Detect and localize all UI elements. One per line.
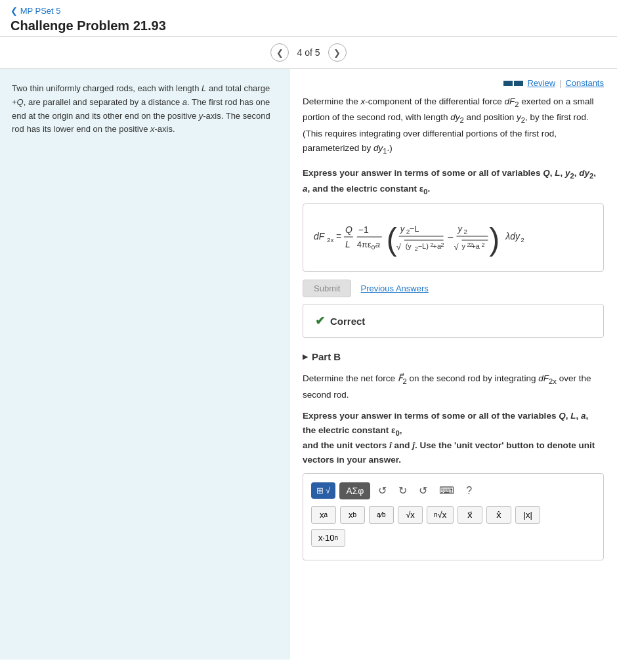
review-icon2 — [514, 81, 523, 86]
right-panel: Review | Constants Determine the x-compo… — [289, 69, 617, 660]
symbol-grid-2: x·10n — [311, 529, 595, 547]
part-b-header: ▶ Part B — [303, 351, 604, 362]
svg-text:2: 2 — [481, 242, 484, 248]
subscript-button[interactable]: xb — [340, 506, 365, 524]
pagination-bar: ❮ 4 of 5 ❯ — [0, 37, 617, 69]
submit-button[interactable]: Submit — [303, 280, 351, 297]
sqrt-button[interactable]: √x — [398, 506, 423, 524]
main-content: Two thin uniformly charged rods, each wi… — [0, 69, 617, 660]
left-panel-text: Two thin uniformly charged rods, each wi… — [12, 82, 277, 136]
symbol-button[interactable]: ΑΣφ — [339, 482, 370, 499]
check-icon: ✔ — [315, 314, 325, 328]
top-nav: MP PSet 5 Challenge Problem 21.93 — [0, 0, 617, 37]
part-b-title: Part B — [312, 351, 341, 362]
svg-text:λdy: λdy — [505, 231, 521, 242]
triangle-icon: ▶ — [303, 353, 308, 360]
fraction-button[interactable]: a⁄b — [369, 506, 394, 524]
sci-notation-button[interactable]: x·10n — [311, 529, 345, 547]
correct-box: ✔ Correct — [303, 304, 604, 338]
matrix-icon: ⊞ — [316, 486, 324, 495]
svg-text:y: y — [400, 224, 406, 234]
back-link[interactable]: MP PSet 5 — [11, 6, 61, 16]
part-a-text: Determine the x-component of the differe… — [303, 94, 604, 157]
formula-svg: dF 2x = Q L −1 4πε 0 a ( y 2 −L — [312, 215, 594, 261]
constants-link[interactable]: Constants — [565, 78, 604, 88]
svg-text:−L): −L) — [418, 242, 429, 250]
nthroot-button[interactable]: n√x — [427, 506, 454, 524]
refresh-button[interactable]: ↺ — [415, 482, 431, 499]
review-icon — [503, 81, 513, 86]
svg-text:2: 2 — [463, 228, 467, 235]
previous-answers-link[interactable]: Previous Answers — [360, 284, 428, 293]
submit-row: Submit Previous Answers — [303, 280, 604, 297]
correct-label: Correct — [330, 316, 365, 327]
svg-text:(: ( — [387, 222, 397, 257]
svg-text:dF: dF — [314, 231, 326, 242]
svg-text:4πε: 4πε — [357, 240, 372, 249]
svg-text:=: = — [336, 231, 341, 242]
svg-text:Q: Q — [345, 224, 352, 235]
sqrt-toolbar-icon: √ — [326, 486, 330, 495]
vector-button[interactable]: x⃗ — [457, 506, 482, 524]
svg-text:y: y — [461, 242, 465, 250]
svg-text:2: 2 — [521, 236, 524, 243]
svg-text:−1: −1 — [358, 224, 369, 235]
symbol-grid: xa xb a⁄b √x n√x x⃗ x̂ |x| — [311, 506, 595, 524]
svg-text:√: √ — [396, 242, 402, 252]
math-input-area: ⊞ √ ΑΣφ ↺ ↻ ↺ ⌨ ? xa xb a⁄b √x n√x x⃗ — [303, 473, 604, 560]
formula-display: dF 2x = Q L −1 4πε 0 a ( y 2 −L — [303, 203, 604, 272]
svg-text:2x: 2x — [327, 236, 334, 243]
symbol-label: ΑΣφ — [346, 486, 364, 496]
math-toolbar: ⊞ √ ΑΣφ ↺ ↻ ↺ ⌨ ? — [311, 482, 595, 499]
left-panel: Two thin uniformly charged rods, each wi… — [0, 69, 289, 660]
svg-text:y: y — [457, 224, 463, 234]
abs-button[interactable]: |x| — [515, 506, 540, 524]
redo-button[interactable]: ↻ — [394, 482, 411, 499]
part-a-express: Express your answer in terms of some or … — [303, 166, 604, 197]
review-link[interactable]: Review — [527, 78, 555, 88]
svg-text:a: a — [375, 240, 380, 249]
prev-page-button[interactable]: ❮ — [270, 43, 289, 62]
svg-text:+a: +a — [471, 242, 480, 250]
problem-title: Challenge Problem 21.93 — [11, 18, 606, 33]
svg-text:−: − — [448, 232, 454, 243]
svg-text:−L: −L — [410, 224, 419, 234]
page-info: 4 of 5 — [297, 47, 320, 58]
svg-text:L: L — [345, 239, 351, 249]
next-page-button[interactable]: ❯ — [328, 43, 347, 62]
undo-button[interactable]: ↺ — [374, 482, 391, 499]
keyboard-button[interactable]: ⌨ — [435, 482, 458, 499]
part-b-express: Express your answer in terms of some or … — [303, 409, 604, 467]
review-bar: Review | Constants — [303, 78, 604, 88]
unitvec-button[interactable]: x̂ — [486, 506, 511, 524]
svg-text:(y: (y — [406, 242, 412, 250]
power-button[interactable]: xa — [311, 506, 336, 524]
part-b-text: Determine the net force F⃗2 on the secon… — [303, 371, 604, 402]
svg-text:): ) — [489, 222, 500, 257]
matrix-button[interactable]: ⊞ √ — [311, 482, 335, 499]
help-button[interactable]: ? — [462, 482, 476, 499]
svg-text:√: √ — [454, 242, 459, 252]
svg-text:2: 2 — [441, 242, 444, 248]
